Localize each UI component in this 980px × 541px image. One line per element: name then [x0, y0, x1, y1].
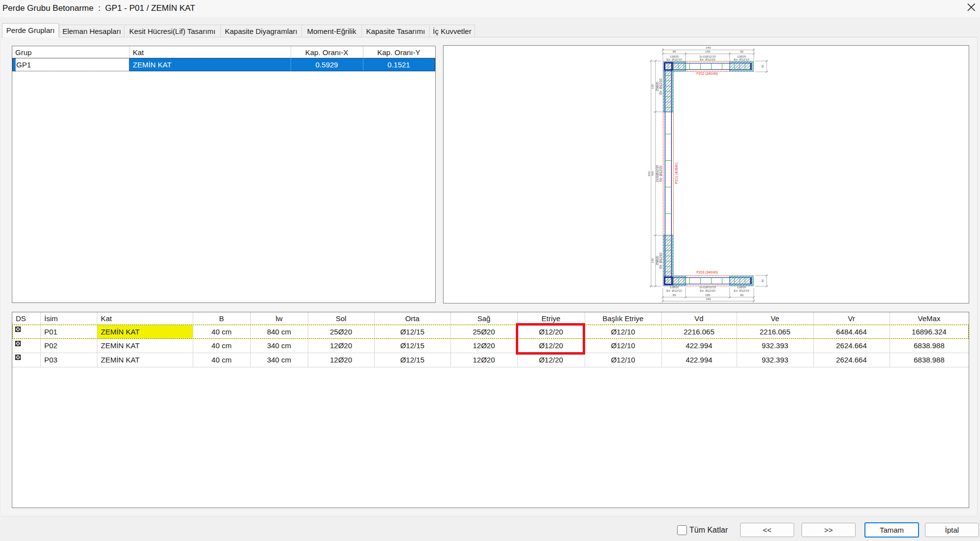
svg-text:Etr. Ø12/10: Etr. Ø12/10 — [666, 58, 682, 61]
svg-text:PZ01 (40/840): PZ01 (40/840) — [675, 162, 679, 183]
svg-text:PZ03 (340/40): PZ03 (340/40) — [696, 270, 717, 274]
svg-text:PZ02 (340/40): PZ02 (340/40) — [696, 72, 717, 76]
svg-text:90: 90 — [740, 50, 743, 53]
svg-text:85: 85 — [673, 50, 676, 53]
svg-text:85: 85 — [673, 293, 676, 297]
svg-text:40: 40 — [761, 279, 764, 282]
svg-text:Etr. Ø12/10: Etr. Ø12/10 — [659, 252, 662, 269]
svg-text:25Ø20: 25Ø20 — [655, 82, 659, 91]
svg-text:Etr. Ø12/10: Etr. Ø12/10 — [666, 289, 682, 292]
svg-text:190: 190 — [651, 258, 654, 263]
svg-text:165: 165 — [705, 293, 711, 297]
svg-text:40: 40 — [761, 64, 764, 68]
svg-text:Etr. Ø12/20: Etr. Ø12/20 — [700, 289, 715, 292]
svg-text:25Ø20: 25Ø20 — [655, 256, 659, 266]
svg-text:460: 460 — [651, 171, 654, 176]
svg-text:2x31Ø12/15: 2x31Ø12/15 — [655, 165, 659, 182]
svg-text:190: 190 — [651, 84, 654, 89]
svg-text:840: 840 — [647, 171, 651, 176]
svg-text:165: 165 — [705, 50, 711, 53]
svg-text:Etr. Ø12/20: Etr. Ø12/20 — [659, 165, 662, 181]
svg-text:90: 90 — [740, 293, 743, 297]
svg-text:Etr. Ø12/10: Etr. Ø12/10 — [734, 289, 749, 292]
svg-text:Etr. Ø12/20: Etr. Ø12/20 — [700, 58, 715, 61]
svg-text:Etr. Ø12/10: Etr. Ø12/10 — [734, 58, 749, 61]
svg-text:Etr. Ø12/10: Etr. Ø12/10 — [659, 78, 662, 94]
svg-text:340: 340 — [706, 297, 711, 301]
svg-text:340: 340 — [706, 46, 711, 49]
